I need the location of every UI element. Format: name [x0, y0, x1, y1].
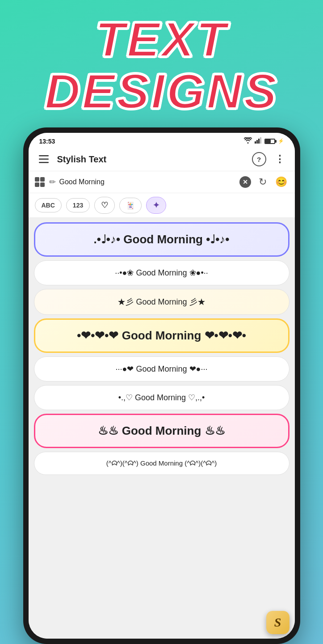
status-bar: 13:53 — [29, 133, 295, 148]
tab-numbers[interactable]: 123 — [66, 198, 90, 212]
refresh-button[interactable]: ↻ — [256, 175, 270, 189]
result-stars[interactable]: ★彡 Good Morning 彡★ — [34, 289, 289, 315]
app-bar: Stylish Text ? ⋮ — [29, 148, 295, 171]
svg-rect-6 — [39, 162, 49, 163]
result-hearts-red[interactable]: •❤•❤•❤ Good Morning ❤•❤•❤• — [34, 318, 289, 353]
search-text: Good Morning — [59, 178, 235, 186]
clear-button[interactable]: ✕ — [239, 176, 251, 188]
search-input-area[interactable]: ✏ Good Morning — [49, 177, 235, 187]
pencil-icon: ✏ — [49, 177, 56, 187]
more-button[interactable]: ⋮ — [273, 152, 287, 166]
result-text-music: .•♩•♪• Good Morning •♩•♪• — [94, 233, 230, 246]
search-actions: ✕ ↻ 😊 — [239, 175, 289, 189]
search-bar: ✏ Good Morning ✕ ↻ 😊 — [29, 171, 295, 193]
tab-hearts[interactable]: ♡ — [94, 197, 115, 214]
header-title: TEXT DESIGNS — [45, 13, 278, 117]
charge-icon: ⚡ — [278, 138, 284, 144]
header-line2: DESIGNS — [45, 65, 278, 117]
battery-icon — [264, 139, 275, 144]
signal-icon — [255, 137, 262, 145]
result-hearts-mixed[interactable]: ∙∙∙●❤ Good Morning ❤●∙∙∙ — [34, 356, 289, 381]
svg-rect-5 — [39, 159, 49, 160]
result-flowers[interactable]: ∙∙•●❀ Good Morning ❀●•∙∙ — [34, 260, 289, 285]
result-text-hearts: •❤•❤•❤ Good Morning ❤•❤•❤• — [77, 329, 246, 342]
help-button[interactable]: ? — [252, 152, 266, 166]
results-list: .•♩•♪• Good Morning •♩•♪• ∙∙•●❀ Good Mor… — [29, 218, 295, 639]
phone-screen: 13:53 — [29, 133, 295, 639]
tab-cards[interactable]: 🃏 — [119, 198, 142, 213]
filter-tabs: ABC 123 ♡ 🃏 ✦ — [29, 193, 295, 218]
result-text-hearts-mixed: ∙∙∙●❤ Good Morning ❤●∙∙∙ — [116, 364, 208, 373]
svg-rect-1 — [256, 140, 258, 144]
phone-frame: 13:53 — [23, 127, 300, 644]
tab-abc[interactable]: ABC — [35, 198, 62, 212]
emoji-button[interactable]: 😊 — [274, 175, 289, 189]
svg-rect-2 — [258, 139, 260, 144]
wifi-icon — [244, 137, 252, 145]
status-icons: ⚡ — [244, 137, 284, 145]
grid-icon[interactable] — [35, 177, 45, 187]
status-time: 13:53 — [39, 138, 55, 145]
fab-label: S — [274, 615, 281, 630]
app-title: Stylish Text — [57, 154, 246, 165]
result-heart-outline[interactable]: •.,♡ Good Morning ♡,.,• — [34, 385, 289, 410]
result-text-heart-outline: •.,♡ Good Morning ♡,.,• — [118, 393, 205, 402]
result-music-notes[interactable]: .•♩•♪• Good Morning •♩•♪• — [34, 222, 289, 257]
menu-button[interactable] — [37, 152, 51, 166]
header-line1: TEXT — [45, 13, 278, 65]
tab-special[interactable]: ✦ — [146, 197, 166, 214]
result-text-stars: ★彡 Good Morning 彡★ — [117, 297, 205, 306]
fab-button[interactable]: S — [266, 611, 289, 634]
result-text-flowers: ∙∙•●❀ Good Morning ❀●•∙∙ — [115, 268, 208, 277]
result-text-emoticons: (^ᗣ^)(^ᗣ^) Good Morning (^ᗣ^)(^ᗣ^) — [106, 459, 217, 467]
result-text-steam: ♨♨ Good Morning ♨♨ — [98, 424, 225, 437]
svg-rect-3 — [260, 137, 261, 144]
svg-rect-0 — [255, 141, 256, 144]
result-emoticons[interactable]: (^ᗣ^)(^ᗣ^) Good Morning (^ᗣ^)(^ᗣ^) — [34, 452, 289, 475]
result-steam[interactable]: ♨♨ Good Morning ♨♨ — [34, 414, 289, 448]
svg-rect-4 — [39, 155, 49, 157]
